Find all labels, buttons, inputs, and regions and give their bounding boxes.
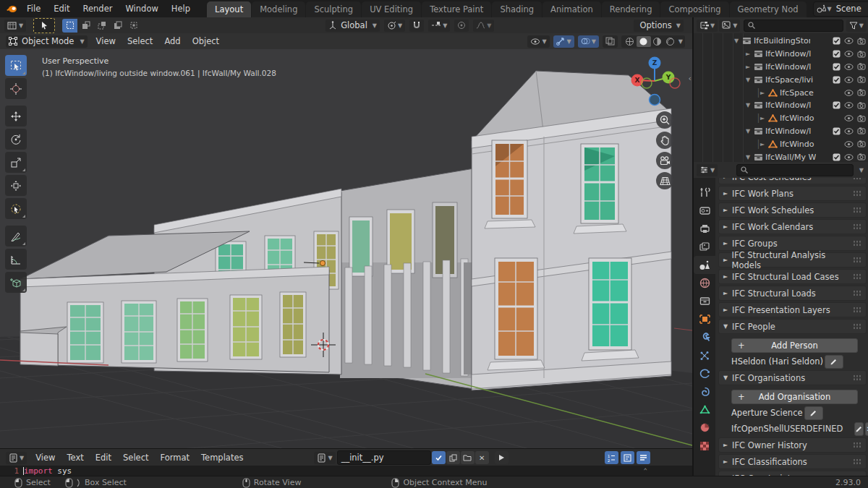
tab-collection[interactable] [694, 292, 715, 310]
text-editor-menu-item[interactable]: View [30, 453, 61, 463]
workspace-tab[interactable]: UV Editing [362, 1, 421, 17]
workspace-tab[interactable]: Animation [542, 1, 601, 17]
render-camera-icon[interactable] [857, 153, 866, 160]
tab-texture[interactable] [694, 437, 715, 455]
snap-toggle-button[interactable] [409, 20, 424, 32]
tab-physics[interactable] [694, 364, 715, 382]
move-tool[interactable] [5, 106, 27, 127]
zoom-button[interactable] [656, 111, 673, 129]
hide-eye-icon[interactable] [844, 51, 854, 57]
viewport-menu-item[interactable]: Add [158, 36, 186, 46]
axis-gizmo[interactable]: Z X Y [627, 56, 682, 108]
new-text-button[interactable] [446, 451, 460, 464]
workspace-tab[interactable]: Layout [207, 1, 251, 17]
topbar-menu-item[interactable]: Help [165, 0, 197, 17]
active-tool-button[interactable] [33, 18, 55, 33]
edit-pencil-button[interactable] [825, 355, 843, 369]
edit-pencil-button[interactable] [854, 422, 864, 436]
name-row[interactable]: Aperture Science ✕ [731, 406, 862, 420]
edit-pencil-button[interactable] [804, 406, 823, 420]
drag-grip-icon[interactable] [853, 290, 861, 296]
add-button[interactable]: + Add Person [731, 338, 858, 353]
drag-grip-icon[interactable] [853, 178, 861, 180]
panel-section-header[interactable]: ► IFC Cost Schedules [718, 178, 867, 184]
hide-eye-icon[interactable] [844, 38, 854, 44]
panel-section-header[interactable]: ► IFC Structural Load Cases [718, 269, 867, 284]
mode-dropdown[interactable]: Object Mode ▼ [6, 35, 88, 48]
hide-eye-icon[interactable] [844, 64, 854, 70]
render-camera-icon[interactable] [857, 89, 866, 96]
text-editor-menu-item[interactable]: Select [117, 453, 154, 463]
panel-section-header[interactable]: ► IFC Structural Loads [718, 286, 867, 301]
workspace-tab[interactable]: Shading [492, 1, 542, 17]
collection-checkbox[interactable] [833, 101, 841, 109]
render-camera-icon[interactable] [857, 63, 866, 70]
name-row[interactable]: IfcOpenShell USERDEFINED ✕ [731, 421, 862, 436]
panel-section-header[interactable]: ► IFC Classifications [718, 454, 867, 469]
line-numbers-toggle[interactable]: 12 [605, 451, 618, 464]
render-camera-icon[interactable] [857, 127, 866, 134]
workspace-tab[interactable]: Texture Paint [422, 1, 491, 17]
drag-grip-icon[interactable] [853, 442, 861, 448]
select-mode-set-button[interactable] [62, 19, 77, 33]
unlink-text-button[interactable]: ✕ [475, 451, 489, 464]
render-camera-icon[interactable] [857, 76, 866, 83]
text-datablock-button[interactable]: ▼ [314, 452, 335, 464]
disclosure-triangle[interactable]: ▼ [746, 102, 754, 108]
perspective-toggle-button[interactable] [656, 172, 673, 189]
render-camera-icon[interactable] [857, 38, 866, 45]
camera-view-button[interactable] [656, 152, 673, 169]
object-visibility-dropdown[interactable]: ▼ [527, 35, 549, 48]
hide-eye-icon[interactable] [844, 141, 854, 147]
editor-type-button[interactable]: ▼ [4, 20, 26, 32]
select-mode-invert-button[interactable] [110, 19, 125, 33]
3d-viewport[interactable]: User Perspective (1) IfcWindow/living ou… [0, 49, 692, 448]
disclosure-triangle[interactable]: ► [760, 90, 768, 96]
text-editor-menu-item[interactable]: Edit [90, 453, 117, 463]
disclosure-triangle[interactable]: ▼ [746, 128, 754, 134]
shading-wireframe-button[interactable] [624, 37, 637, 46]
panel-section-header[interactable]: ► IFC Owner History [718, 437, 867, 453]
tab-render[interactable] [694, 202, 715, 220]
select-circle-tool[interactable] [5, 198, 27, 219]
workspace-tab[interactable]: Sculpting [306, 1, 361, 17]
text-editor-code-area[interactable]: 1 import sys ⌃ [0, 466, 692, 476]
tab-object[interactable] [694, 310, 715, 328]
select-mode-subtract-button[interactable] [94, 19, 109, 33]
shading-rendered-button[interactable] [664, 37, 677, 46]
syntax-highlight-toggle[interactable] [637, 451, 650, 464]
scene-selector[interactable]: ▼ Scene ✕ [813, 1, 868, 17]
transform-tool[interactable] [5, 175, 27, 196]
tab-tool[interactable] [694, 184, 715, 202]
chevron-down-icon[interactable]: ▼ [859, 167, 864, 174]
collection-checkbox[interactable] [833, 153, 841, 161]
shading-material-button[interactable] [651, 37, 664, 46]
remove-x-button[interactable]: ✕ [865, 422, 868, 436]
disclosure-triangle[interactable]: ► [746, 64, 754, 70]
outliner-row[interactable]: │ ► IfcSpace [694, 86, 868, 99]
select-box-tool[interactable] [5, 55, 27, 76]
panel-section-header[interactable]: ► IFC Structural Analysis Models [718, 252, 867, 267]
pan-button[interactable] [656, 132, 673, 149]
outliner-panel[interactable]: │ ▼ IfcBuildingStore [692, 33, 868, 162]
add-button[interactable]: + Add Organisation [731, 390, 858, 404]
text-name-field[interactable]: __init__.py [337, 450, 431, 465]
workspace-tab[interactable]: Rendering [602, 1, 660, 17]
tab-modifiers[interactable] [694, 328, 715, 346]
workspace-tab[interactable]: Compositing [660, 1, 728, 17]
drag-grip-icon[interactable] [853, 458, 861, 465]
rotate-tool[interactable] [5, 129, 27, 150]
add-cube-tool[interactable] [5, 272, 27, 293]
workspace-tab[interactable]: Geometry Nod [730, 1, 807, 17]
hide-eye-icon[interactable] [844, 102, 854, 108]
proportional-editing-button[interactable] [454, 20, 469, 32]
select-mode-intersect-button[interactable] [126, 19, 141, 33]
tab-constraints[interactable] [694, 382, 715, 401]
open-folder-button[interactable] [461, 451, 475, 464]
render-camera-icon[interactable] [857, 51, 866, 58]
drag-grip-icon[interactable] [853, 207, 861, 213]
properties-search-input[interactable] [736, 164, 854, 176]
outliner-row[interactable]: │ ► IfcWindow/l [694, 61, 868, 74]
outliner-editor-type-button[interactable]: ▼ [697, 20, 718, 32]
sidebar-collapse-arrow[interactable]: ‹ [689, 74, 692, 83]
